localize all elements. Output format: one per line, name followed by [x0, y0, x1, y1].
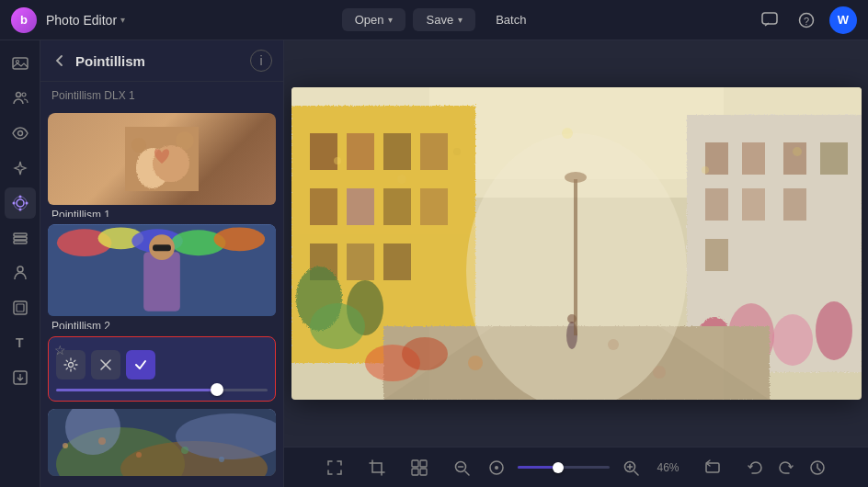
svg-point-94 — [468, 356, 483, 370]
redo-button[interactable] — [772, 454, 800, 481]
svg-point-26 — [176, 131, 194, 150]
svg-point-91 — [793, 147, 802, 156]
svg-text:?: ? — [804, 15, 809, 26]
avatar[interactable]: W — [829, 6, 857, 34]
open-button[interactable]: Open ▾ — [342, 8, 406, 31]
zoom-slider[interactable] — [518, 466, 610, 469]
grid-button[interactable] — [405, 454, 433, 481]
panel-info-button[interactable]: i — [250, 50, 272, 72]
zoom-in-button[interactable] — [617, 454, 645, 481]
svg-rect-75 — [705, 239, 728, 271]
history-button[interactable] — [804, 454, 831, 481]
svg-point-86 — [334, 157, 341, 164]
svg-rect-97 — [574, 179, 577, 335]
preset-close-button[interactable] — [91, 350, 120, 379]
preset-slider-row — [56, 389, 268, 391]
svg-rect-18 — [14, 301, 27, 314]
sidebar-item-people[interactable] — [5, 83, 36, 114]
star-icon[interactable]: ☆ — [54, 343, 66, 357]
main-area: T Pointillism i Pointillism DLX 1 — [0, 40, 868, 487]
preset-item-pointillism2[interactable]: Pointillism 2 — [48, 224, 276, 328]
sidebar-item-eye[interactable] — [5, 118, 36, 149]
svg-rect-16 — [14, 241, 27, 244]
sidebar-item-text[interactable]: T — [5, 327, 36, 358]
preset-item-landscape[interactable] — [48, 409, 276, 476]
svg-rect-101 — [412, 469, 418, 475]
svg-point-45 — [181, 447, 188, 454]
svg-rect-57 — [347, 188, 374, 225]
crop-button[interactable] — [363, 454, 391, 481]
sidebar-item-effects[interactable] — [5, 187, 36, 219]
preset-label-1: Pointillism 1 — [48, 205, 276, 217]
svg-point-65 — [310, 303, 365, 349]
zoom-area: 46% — [448, 454, 684, 481]
svg-point-12 — [12, 202, 15, 205]
svg-rect-70 — [783, 142, 806, 175]
svg-rect-15 — [14, 237, 27, 240]
svg-rect-73 — [742, 188, 765, 221]
canvas-image — [291, 87, 862, 400]
save-button[interactable]: Save ▾ — [413, 8, 475, 31]
preset-item-pointillism1[interactable]: Pointillism 1 — [48, 113, 276, 217]
svg-rect-59 — [420, 188, 448, 225]
sidebar-item-image[interactable] — [5, 48, 36, 79]
sidebar-item-export[interactable] — [5, 362, 36, 393]
svg-rect-14 — [14, 233, 27, 236]
zoom-reset-button[interactable] — [483, 454, 510, 481]
panel-header: Pointillism i — [40, 40, 283, 82]
svg-rect-55 — [420, 133, 448, 170]
svg-point-87 — [397, 175, 406, 184]
svg-point-98 — [565, 172, 587, 183]
zoom-out-button[interactable] — [448, 454, 475, 481]
topbar-center: Open ▾ Save ▾ Batch — [125, 8, 756, 31]
svg-rect-3 — [13, 58, 28, 69]
svg-point-9 — [14, 197, 27, 210]
panel-back-button[interactable] — [51, 52, 68, 69]
svg-point-5 — [16, 93, 20, 97]
svg-rect-53 — [347, 133, 374, 170]
batch-button[interactable]: Batch — [483, 8, 539, 31]
preset-item-active[interactable]: ☆ — [48, 336, 276, 402]
bottombar: 46% — [284, 447, 868, 487]
svg-point-85 — [402, 337, 448, 370]
svg-point-43 — [98, 437, 106, 445]
svg-point-44 — [136, 452, 142, 458]
svg-point-78 — [772, 314, 813, 366]
help-button[interactable]: ? — [793, 6, 820, 34]
zoom-percent: 46% — [652, 461, 684, 474]
fit-button[interactable] — [699, 454, 726, 481]
preset-intensity-slider[interactable] — [56, 389, 268, 391]
sidebar-item-layers[interactable] — [5, 222, 36, 254]
svg-rect-19 — [17, 304, 24, 311]
svg-rect-99 — [412, 460, 418, 467]
slider-thumb — [211, 383, 223, 396]
undo-redo-area — [741, 454, 831, 481]
svg-rect-102 — [420, 469, 427, 475]
svg-point-11 — [18, 209, 21, 211]
sidebar-item-magic[interactable] — [5, 153, 36, 184]
svg-rect-72 — [705, 188, 728, 221]
preset-controls — [56, 350, 268, 379]
expand-button[interactable] — [321, 454, 348, 481]
svg-point-10 — [18, 196, 21, 198]
svg-rect-54 — [383, 133, 411, 170]
canvas-viewport[interactable] — [284, 40, 868, 447]
sidebar-item-frames[interactable] — [5, 292, 36, 323]
svg-rect-100 — [420, 460, 427, 467]
svg-rect-58 — [383, 188, 411, 225]
svg-rect-71 — [820, 142, 848, 175]
sidebar-item-person[interactable] — [5, 257, 36, 289]
svg-point-4 — [16, 61, 18, 63]
svg-point-42 — [63, 443, 68, 448]
svg-point-96 — [608, 339, 619, 350]
preset-thumb-man — [48, 224, 276, 316]
canvas-area: 46% — [284, 40, 868, 487]
chat-button[interactable] — [756, 6, 783, 34]
icon-bar: T — [0, 40, 40, 487]
undo-button[interactable] — [741, 454, 769, 481]
preset-check-button[interactable] — [126, 350, 155, 379]
svg-rect-52 — [310, 133, 337, 170]
svg-rect-69 — [742, 142, 765, 175]
app-logo[interactable]: b — [11, 7, 37, 33]
preset-thumb-hands — [48, 113, 276, 205]
